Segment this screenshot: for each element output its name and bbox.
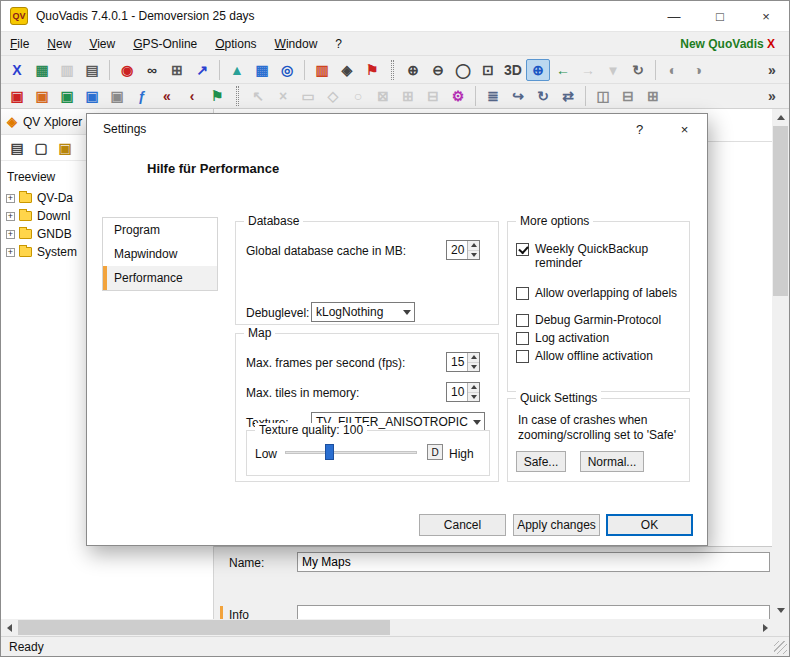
nav-item-program[interactable]: Program [103, 218, 217, 242]
select-none-icon[interactable]: ⊟ [421, 85, 445, 107]
horizontal-scroll-thumb[interactable] [18, 620, 390, 635]
select-clear-icon[interactable]: × [271, 85, 295, 107]
select-rect-icon[interactable]: ▭ [296, 85, 320, 107]
scroll-up-icon[interactable] [772, 109, 789, 126]
checkbox-weekly-quickbackup[interactable] [516, 243, 529, 256]
menu-new[interactable]: New [38, 33, 80, 55]
import-file-icon[interactable]: ▣ [53, 137, 77, 159]
spin-down-icon[interactable] [468, 392, 479, 402]
select-polygon-icon[interactable]: ◇ [321, 85, 345, 107]
select-circle-icon[interactable]: ○ [346, 85, 370, 107]
flag-marker-icon[interactable]: ⚑ [360, 59, 384, 81]
nav-item-performance[interactable]: Performance [103, 266, 217, 290]
apply-changes-button[interactable]: Apply changes [513, 514, 600, 536]
zoom-window-icon[interactable]: ⊡ [476, 59, 500, 81]
gps-right-icon[interactable]: ◑ [686, 59, 710, 81]
db-maintenance-icon[interactable]: ◫ [591, 85, 615, 107]
vertical-scroll-thumb[interactable] [773, 126, 788, 296]
delete-icon[interactable]: X [5, 59, 29, 81]
scroll-left-icon[interactable] [1, 619, 18, 636]
checkbox-allow-offline-activation[interactable] [516, 350, 529, 363]
view-3d-icon[interactable]: 3D [501, 59, 525, 81]
fps-spinner[interactable]: 15 [446, 352, 480, 372]
find-icon[interactable]: ◉ [115, 59, 139, 81]
checkbox-log-activation[interactable] [516, 332, 529, 345]
track-back-icon[interactable]: ‹ [180, 85, 204, 107]
spin-up-icon[interactable] [468, 383, 479, 392]
grid-icon[interactable]: ⊞ [165, 59, 189, 81]
close-button[interactable]: × [743, 1, 789, 31]
nav-item-mapwindow[interactable]: Mapwindow [103, 242, 217, 266]
new-quovadis-x-link[interactable]: New QuoVadis X [680, 37, 789, 51]
menu-gps-online[interactable]: GPS-Online [124, 33, 206, 55]
clipboard-drawing-icon[interactable]: ▣ [80, 85, 104, 107]
binoculars-icon[interactable]: ∞ [140, 59, 164, 81]
tree-expander-icon[interactable]: + [6, 194, 15, 203]
clipboard-waypoint-icon[interactable]: ▣ [5, 85, 29, 107]
scroll-down-icon[interactable] [772, 602, 789, 619]
clipboard-map-icon[interactable]: ▣ [105, 85, 129, 107]
menu-options[interactable]: Options [206, 33, 265, 55]
menu-help[interactable]: ? [326, 33, 351, 55]
nav-forward-menu-icon[interactable]: ▾ [601, 59, 625, 81]
database-stack-icon[interactable]: ▤ [5, 137, 29, 159]
gps-left-icon[interactable]: ◐ [661, 59, 685, 81]
zoom-reset-icon[interactable]: ◯ [451, 59, 475, 81]
print-icon[interactable]: ▤ [80, 59, 104, 81]
menu-view[interactable]: View [80, 33, 124, 55]
checkbox-debug-garmin-protocol[interactable] [516, 314, 529, 327]
select-pointer-icon[interactable]: ↖ [246, 85, 270, 107]
horizontal-scrollbar[interactable] [1, 619, 774, 636]
spin-up-icon[interactable] [468, 353, 479, 362]
cache-spinner[interactable]: 20 [446, 240, 480, 260]
tree-expander-icon[interactable]: + [6, 230, 15, 239]
menu-window[interactable]: Window [266, 33, 327, 55]
db-restore-icon[interactable]: ⊞ [641, 85, 665, 107]
normal-button[interactable]: Normal... [580, 451, 644, 472]
texture-quality-slider[interactable] [285, 444, 417, 460]
slider-thumb[interactable] [325, 444, 334, 460]
maximize-button[interactable]: □ [697, 1, 743, 31]
debuglevel-select[interactable]: kLogNothing [311, 302, 415, 322]
script-icon[interactable]: ƒ [130, 85, 154, 107]
compass-icon[interactable]: ◈ [335, 59, 359, 81]
ok-button[interactable]: OK [606, 514, 693, 536]
clipboard-route-icon[interactable]: ▣ [30, 85, 54, 107]
vertical-scrollbar[interactable] [772, 109, 789, 619]
nav-back-icon[interactable]: ← [551, 59, 575, 81]
dialog-close-button[interactable]: × [662, 114, 707, 144]
nav-forward-icon[interactable]: → [576, 59, 600, 81]
spin-down-icon[interactable] [468, 250, 479, 260]
spin-up-icon[interactable] [468, 241, 479, 250]
swap-icon[interactable]: ⇄ [556, 85, 580, 107]
open-map-icon[interactable]: ▦ [30, 59, 54, 81]
zoom-in-icon[interactable]: ⊕ [401, 59, 425, 81]
checkbox-allow-overlapping-labels[interactable] [516, 287, 529, 300]
select-invert-icon[interactable]: ⊠ [371, 85, 395, 107]
tree-expander-icon[interactable]: + [6, 212, 15, 221]
default-button[interactable]: D [427, 444, 443, 460]
layers-icon[interactable]: ≣ [481, 85, 505, 107]
track-rewind-icon[interactable]: « [155, 85, 179, 107]
menu-file[interactable]: File [1, 33, 38, 55]
move-item-icon[interactable]: ↪ [506, 85, 530, 107]
select-all-icon[interactable]: ⊞ [396, 85, 420, 107]
tree-expander-icon[interactable]: + [6, 248, 15, 257]
export-icon[interactable]: ↗ [190, 59, 214, 81]
safe-button[interactable]: Safe... [516, 451, 566, 472]
dialog-help-button[interactable]: ? [617, 114, 662, 144]
spin-down-icon[interactable] [468, 362, 479, 372]
toolbar-overflow2-icon[interactable]: » [760, 85, 784, 107]
record-flag-icon[interactable]: ⚑ [205, 85, 229, 107]
new-document-icon[interactable]: ▢ [29, 137, 53, 159]
refresh-icon[interactable]: ↻ [626, 59, 650, 81]
sync-icon[interactable]: ↻ [531, 85, 555, 107]
zoom-out-icon[interactable]: ⊖ [426, 59, 450, 81]
db-backup-icon[interactable]: ⊟ [616, 85, 640, 107]
zoom-select-icon[interactable]: ⊕ [526, 59, 550, 81]
clipboard-track-icon[interactable]: ▣ [55, 85, 79, 107]
statistics-icon[interactable]: ▥ [310, 59, 334, 81]
center-position-icon[interactable]: ◎ [275, 59, 299, 81]
cancel-button[interactable]: Cancel [419, 514, 506, 536]
resize-grip[interactable] [774, 641, 787, 654]
